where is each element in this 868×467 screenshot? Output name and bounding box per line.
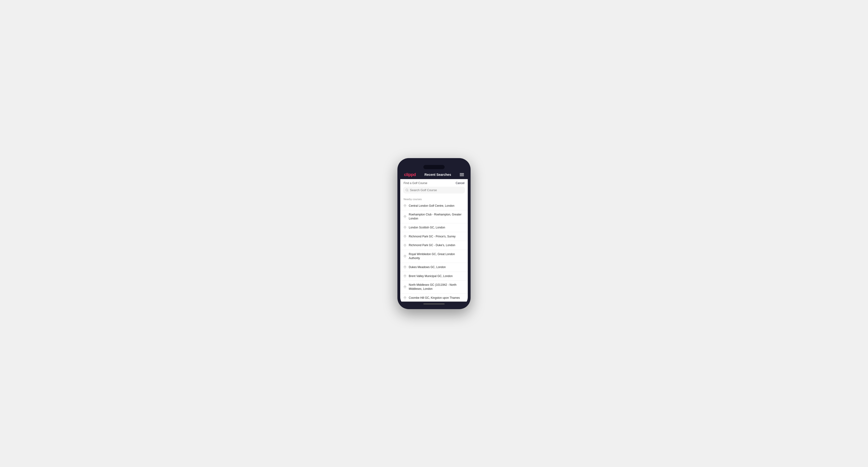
svg-point-9 [405, 276, 405, 276]
svg-line-1 [408, 191, 408, 191]
course-name: Richmond Park GC - Prince's, Surrey [409, 235, 456, 239]
course-name: Royal Wimbledon GC, Great London Authori… [409, 252, 464, 260]
status-bar [400, 161, 468, 164]
svg-point-2 [405, 205, 405, 206]
course-name: Roehampton Club - Roehampton, Greater Lo… [409, 213, 464, 221]
svg-point-3 [405, 216, 405, 217]
search-input[interactable] [410, 188, 463, 192]
list-item[interactable]: London Scottish GC, London [400, 223, 468, 232]
list-item[interactable]: Brent Valley Municipal GC, London [400, 272, 468, 281]
course-name: North Middlesex GC (1011942 - North Midd… [409, 283, 464, 291]
notch [423, 165, 445, 169]
pin-icon [404, 297, 406, 299]
course-name: Richmond Park GC - Duke's, London [409, 243, 455, 247]
phone-screen: clippd Recent Searches Find a Golf Cours… [400, 161, 468, 306]
list-item[interactable]: Dukes Meadows GC, London [400, 263, 468, 272]
course-list: Central London Golf Centre, LondonRoeham… [400, 201, 468, 302]
svg-point-11 [405, 297, 405, 298]
nearby-label: Nearby courses [400, 196, 468, 201]
pin-icon [404, 255, 406, 258]
course-name: Brent Valley Municipal GC, London [409, 274, 453, 278]
app-logo: clippd [404, 172, 416, 177]
phone-device: clippd Recent Searches Find a Golf Cours… [397, 158, 471, 309]
course-name: Dukes Meadows GC, London [409, 265, 446, 269]
pin-icon [404, 244, 406, 247]
list-item[interactable]: Central London Golf Centre, London [400, 201, 468, 211]
pin-icon [404, 226, 406, 229]
find-label: Find a Golf Course [404, 182, 427, 185]
svg-point-5 [405, 236, 405, 237]
list-item[interactable]: Royal Wimbledon GC, Great London Authori… [400, 250, 468, 263]
list-item[interactable]: Roehampton Club - Roehampton, Greater Lo… [400, 210, 468, 223]
svg-point-6 [405, 245, 405, 245]
home-indicator [423, 304, 445, 304]
search-icon [405, 189, 408, 192]
list-item[interactable]: Richmond Park GC - Duke's, London [400, 241, 468, 250]
notch-area [400, 164, 468, 170]
hamburger-menu-icon[interactable] [460, 173, 464, 176]
screen-content: Find a Golf Course Cancel Nearby courses… [400, 179, 468, 302]
search-input-wrapper[interactable] [403, 187, 465, 193]
pin-icon [404, 285, 406, 288]
pin-icon [404, 215, 406, 218]
svg-point-8 [405, 267, 405, 268]
pin-icon [404, 266, 406, 269]
home-indicator-area [400, 302, 468, 306]
svg-point-7 [405, 256, 405, 256]
nearby-section: Nearby courses Central London Golf Centr… [400, 196, 468, 302]
pin-icon [404, 205, 406, 207]
search-container [400, 187, 468, 196]
find-bar: Find a Golf Course Cancel [400, 179, 468, 187]
list-item[interactable]: Coombe Hill GC, Kingston upon Thames [400, 293, 468, 301]
list-item[interactable]: North Middlesex GC (1011942 - North Midd… [400, 281, 468, 293]
svg-point-10 [405, 286, 405, 287]
list-item[interactable]: Richmond Park GC - Prince's, Surrey [400, 232, 468, 241]
header-title: Recent Searches [425, 173, 451, 177]
app-header: clippd Recent Searches [400, 170, 468, 179]
course-name: London Scottish GC, London [409, 226, 445, 229]
cancel-button[interactable]: Cancel [456, 182, 464, 185]
course-name: Central London Golf Centre, London [409, 204, 454, 208]
pin-icon [404, 235, 406, 238]
pin-icon [404, 275, 406, 278]
svg-point-4 [405, 227, 405, 228]
course-name: Coombe Hill GC, Kingston upon Thames [409, 296, 460, 300]
